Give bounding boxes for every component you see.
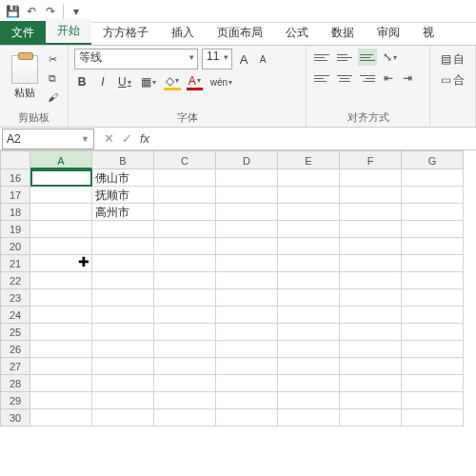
cell[interactable] [278,307,340,324]
cell[interactable] [402,272,464,289]
cell[interactable] [30,221,92,238]
cell[interactable] [216,392,278,409]
cell[interactable] [216,238,278,255]
cell[interactable] [402,375,464,392]
cell[interactable] [92,358,154,375]
cell[interactable] [278,409,340,426]
cell[interactable]: 抚顺市 [92,187,154,204]
cell[interactable] [154,169,216,187]
fx-icon[interactable]: fx [140,131,149,146]
tab-data[interactable]: 数据 [320,21,366,45]
cell[interactable] [30,358,92,375]
copy-icon[interactable]: ⧉ [44,69,61,87]
cell[interactable] [402,187,464,204]
cell[interactable] [154,255,216,272]
cell[interactable] [216,255,278,272]
tab-file[interactable]: 文件 [0,21,46,45]
row-header[interactable]: 25 [0,324,30,341]
cell[interactable] [92,255,154,272]
cell[interactable] [340,204,402,221]
cell[interactable] [92,238,154,255]
cell[interactable] [340,289,402,307]
cell[interactable] [402,392,464,409]
row-header[interactable]: 28 [0,375,30,392]
font-name-select[interactable]: 等线 [74,49,198,69]
tab-review[interactable]: 审阅 [366,21,411,45]
cell[interactable] [340,324,402,341]
tab-fangfanggezi[interactable]: 方方格子 [91,21,160,45]
cell[interactable] [278,169,340,187]
row-header[interactable]: 26 [0,341,30,358]
select-all-corner[interactable] [0,150,30,169]
cell[interactable] [278,324,340,341]
cell[interactable] [30,238,92,255]
cell[interactable] [30,307,92,324]
align-center-button[interactable] [335,69,354,87]
cell[interactable] [278,358,340,375]
wrap-text-button[interactable]: ▤自 [436,50,469,68]
cell[interactable] [154,409,216,426]
chevron-down-icon[interactable]: ▼ [81,134,89,144]
merge-button[interactable]: ▭合 [436,71,469,89]
cell[interactable] [216,375,278,392]
cell[interactable] [30,255,92,272]
italic-button[interactable]: I [95,73,110,90]
align-bottom-button[interactable] [358,49,377,66]
cell[interactable] [154,289,216,307]
cell[interactable] [154,341,216,358]
cell[interactable] [216,307,278,324]
cell[interactable] [278,204,340,221]
cell[interactable] [278,341,340,358]
cell[interactable] [30,204,92,221]
cancel-formula-icon[interactable]: ✕ [104,131,114,146]
row-header[interactable]: 20 [0,238,30,255]
tab-home[interactable]: 开始 [46,19,91,45]
cell[interactable] [30,324,92,341]
cell[interactable] [340,392,402,409]
cell[interactable] [92,307,154,324]
cell[interactable] [92,375,154,392]
row-header[interactable]: 17 [0,187,30,204]
cell[interactable] [340,409,402,426]
cell[interactable] [340,358,402,375]
paste-button[interactable]: 粘贴 [6,49,44,106]
cell[interactable]: 佛山市 [92,169,154,187]
cell[interactable] [216,221,278,238]
cell[interactable] [92,341,154,358]
cell[interactable] [216,409,278,426]
name-box[interactable]: A2 ▼ [2,129,94,149]
row-header[interactable]: 16 [0,169,30,187]
cell[interactable] [92,409,154,426]
cell[interactable] [92,272,154,289]
cell[interactable] [278,392,340,409]
undo-icon[interactable]: ↶ [23,3,40,20]
decrease-font-icon[interactable]: A [255,50,270,68]
row-header[interactable]: 24 [0,307,30,324]
row-header[interactable]: 22 [0,272,30,289]
cell[interactable] [154,221,216,238]
column-header[interactable]: E [278,150,340,169]
cell[interactable] [340,255,402,272]
row-header[interactable]: 23 [0,289,30,307]
row-header[interactable]: 30 [0,409,30,426]
cell[interactable] [92,392,154,409]
align-middle-button[interactable] [335,49,354,66]
align-left-button[interactable] [312,69,331,87]
cell[interactable] [340,187,402,204]
cell[interactable] [278,375,340,392]
cell[interactable] [30,341,92,358]
cell[interactable] [154,324,216,341]
cell[interactable] [340,307,402,324]
cell[interactable] [216,289,278,307]
cell[interactable] [216,187,278,204]
column-header[interactable]: D [216,150,278,169]
cell[interactable] [278,255,340,272]
cell[interactable] [30,375,92,392]
cell[interactable] [154,358,216,375]
cell[interactable] [30,187,92,204]
confirm-formula-icon[interactable]: ✓ [122,131,132,146]
cell[interactable] [402,307,464,324]
cell[interactable] [216,204,278,221]
cell[interactable] [30,272,92,289]
redo-icon[interactable]: ↷ [42,3,59,20]
